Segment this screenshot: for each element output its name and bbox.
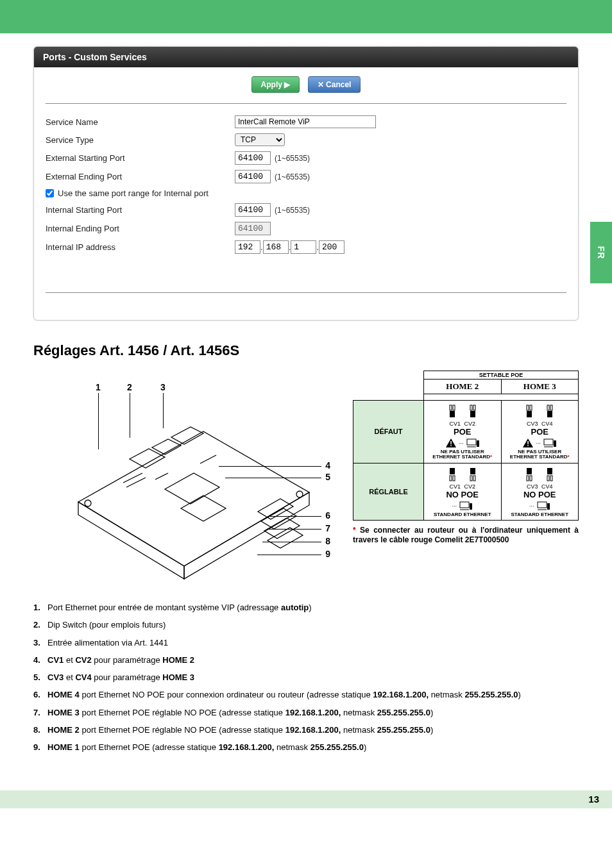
row-default: DÉFAUT	[353, 401, 424, 463]
port-hint: (1~65535)	[275, 172, 310, 181]
svg-rect-31	[530, 405, 532, 410]
computer-icon	[459, 501, 473, 511]
legend-list: 1.Port Ethernet pour entrée de montant s…	[33, 603, 579, 753]
table-top-header: SETTABLE POE	[424, 371, 579, 380]
svg-text:!: !	[527, 440, 530, 447]
warning-icon: !	[445, 438, 457, 448]
jumper-open-icon	[523, 467, 535, 481]
cell-default-home2: CV1 CV2 POE ! ··· NE PAS UTILISER ETHERN…	[424, 401, 502, 463]
svg-rect-22	[470, 405, 472, 410]
computer-icon	[543, 438, 557, 448]
legend-item: 3.Entrée alimentation via Art. 1441	[33, 638, 579, 648]
port-hint: (1~65535)	[275, 154, 310, 163]
svg-rect-37	[544, 439, 553, 445]
int-start-input[interactable]	[235, 203, 271, 217]
jumper-open-icon	[544, 467, 556, 481]
svg-rect-26	[467, 439, 476, 445]
board-svg	[65, 390, 322, 582]
ext-end-label: External Ending Port	[46, 172, 235, 181]
home3-header: HOME 3	[501, 380, 579, 394]
svg-rect-43	[470, 468, 475, 474]
legend-item: 7.HOME 3 port Ethernet POE réglable NO P…	[33, 708, 579, 718]
svg-rect-50	[527, 476, 529, 481]
home2-header: HOME 2	[424, 380, 502, 394]
poe-table: SETTABLE POE HOME 2 HOME 3 DÉFAUT CV1 CV…	[353, 371, 579, 521]
callout-3: 3	[160, 382, 166, 392]
svg-rect-49	[527, 468, 532, 474]
apply-button[interactable]: Apply ▶	[251, 76, 300, 93]
callout-6: 6	[325, 510, 330, 521]
svg-rect-20	[453, 405, 455, 410]
jumper-closed-icon	[523, 405, 535, 419]
svg-rect-30	[527, 405, 529, 410]
callout-5: 5	[325, 472, 330, 482]
svg-rect-42	[453, 476, 455, 481]
callout-2: 2	[127, 382, 132, 392]
svg-rect-23	[473, 405, 475, 410]
svg-rect-44	[470, 476, 472, 481]
svg-rect-34	[550, 405, 552, 410]
svg-rect-56	[547, 503, 550, 510]
footnote: * Se connecter au routeur ou à l'ordinat…	[353, 526, 579, 545]
callout-8: 8	[325, 536, 330, 546]
svg-marker-11	[268, 528, 303, 548]
cell-settable-home2: CV1 CV2 NO POE ··· STANDARD ETHERNET	[424, 463, 502, 520]
service-type-label: Service Type	[46, 135, 235, 145]
legend-item: 6.HOME 4 port Ethernet NO POE pour conne…	[33, 690, 579, 700]
ext-start-input[interactable]	[235, 151, 271, 165]
ip-octet-2[interactable]	[263, 240, 289, 254]
ip-label: Internal IP address	[46, 242, 235, 252]
svg-rect-55	[538, 502, 547, 508]
service-name-input[interactable]	[235, 115, 376, 128]
ip-octet-4[interactable]	[319, 240, 344, 254]
int-start-label: Internal Starting Port	[46, 205, 235, 215]
svg-rect-47	[470, 503, 472, 510]
legend-item: 5.CV3 et CV4 pour paramétrage HOME 3	[33, 672, 579, 683]
computer-icon	[536, 501, 550, 511]
divider	[46, 103, 566, 104]
panel-title: Ports - Custom Services	[34, 47, 578, 67]
legend-item: 2.Dip Switch (pour emplois futurs)	[33, 620, 579, 630]
ip-octet-3[interactable]	[291, 240, 316, 254]
cancel-button[interactable]: ✕ Cancel	[308, 76, 361, 93]
divider-bottom	[46, 292, 566, 293]
same-range-label: Use the same port range for Internal por…	[58, 188, 208, 198]
ip-octet-1[interactable]	[235, 240, 260, 254]
callout-4: 4	[325, 460, 330, 471]
svg-rect-54	[550, 476, 552, 481]
svg-rect-27	[477, 440, 479, 447]
svg-rect-45	[473, 476, 475, 481]
callout-1: 1	[96, 382, 101, 392]
section-title: Réglages Art. 1456 / Art. 1456S	[33, 342, 579, 359]
port-hint: (1~65535)	[275, 206, 310, 215]
ext-end-input[interactable]	[235, 170, 271, 183]
row-settable: RÉGLABLE	[353, 463, 424, 520]
svg-rect-19	[450, 405, 452, 410]
int-end-input	[235, 222, 271, 235]
legend-item: 1.Port Ethernet pour entrée de montant s…	[33, 603, 579, 613]
computer-icon	[466, 438, 480, 448]
svg-rect-52	[547, 468, 552, 474]
svg-rect-41	[450, 476, 452, 481]
board-diagram: 1 2 3 4 5 6 7 8 9	[33, 371, 325, 588]
svg-marker-10	[264, 518, 300, 538]
router-panel: Ports - Custom Services Apply ▶ ✕ Cancel…	[33, 46, 579, 321]
svg-rect-33	[547, 405, 549, 410]
svg-rect-46	[460, 502, 469, 508]
callout-9: 9	[325, 549, 330, 559]
jumper-open-icon	[467, 467, 479, 481]
svg-rect-53	[547, 476, 549, 481]
callout-7: 7	[325, 523, 330, 533]
page-number: 13	[588, 794, 599, 805]
top-green-bar	[0, 0, 612, 33]
service-type-select[interactable]: TCP	[235, 133, 285, 146]
jumper-closed-icon	[467, 405, 479, 419]
svg-rect-51	[530, 476, 532, 481]
ext-start-label: External Starting Port	[46, 153, 235, 163]
svg-rect-21	[470, 411, 475, 417]
same-range-checkbox[interactable]	[46, 189, 54, 197]
int-end-label: Internal Ending Port	[46, 224, 235, 233]
jumper-open-icon	[446, 467, 458, 481]
svg-rect-40	[450, 468, 455, 474]
svg-text:!: !	[450, 440, 452, 447]
